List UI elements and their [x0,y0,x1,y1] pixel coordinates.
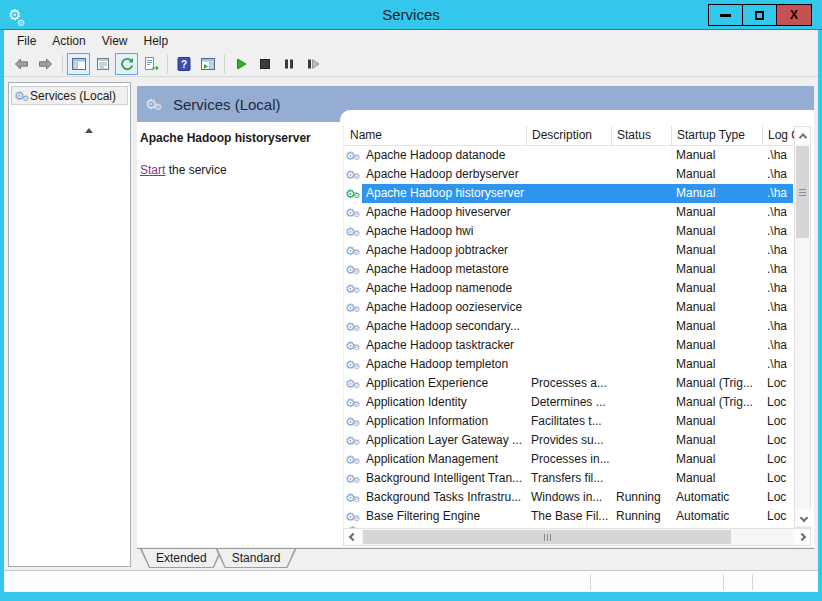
maximize-button[interactable] [743,5,777,25]
list-header: Name Description Status Startup Type Log… [345,126,794,146]
menu-file[interactable]: File [9,31,44,51]
menu-bar: File Action View Help [4,30,818,52]
service-status-cell: Running [612,488,672,507]
service-row[interactable]: ⚙⚙Apache Hadoop templetonManual.\ha [345,355,793,374]
show-console-tree-button[interactable] [67,53,90,75]
service-row-cells: Apache Hadoop templetonManual.\ha [362,355,793,374]
service-row-cells: Application IdentityDetermines ...Manual… [362,393,793,412]
horizontal-scroll-thumb[interactable] [363,530,731,544]
service-name-cell: Apache Hadoop historyserver [362,184,527,203]
close-button[interactable]: X [777,5,811,25]
service-row[interactable]: ⚙⚙Application ManagementProcesses in...M… [345,450,793,469]
service-log-on-as-cell: Loc [763,450,793,469]
action-pane-icon [200,56,216,72]
service-startup-type-cell: Manual [672,431,763,450]
service-log-on-as-cell: .\ha [763,355,793,374]
refresh-button[interactable] [115,53,138,75]
column-header-name[interactable]: Name [345,126,527,146]
service-row[interactable]: ⚙⚙Base Filtering EngineThe Base Fil...Ru… [345,507,793,526]
service-startup-type-cell: Manual [672,336,763,355]
column-header-log-on-as[interactable]: Log On As [763,126,794,146]
service-row[interactable]: ⚙⚙Application IdentityDetermines ...Manu… [345,393,793,412]
service-row[interactable]: ⚙⚙Apache Hadoop hiveserverManual.\ha [345,203,793,222]
column-header-startup-type[interactable]: Startup Type [672,126,763,146]
service-row[interactable]: ⚙⚙Background Intelligent Tran...Transfer… [345,469,793,488]
tree-item-services-local[interactable]: ⚙⚙ Services (Local) [11,86,128,105]
service-status-cell [612,241,672,260]
vertical-scroll-thumb[interactable] [796,146,809,238]
service-gear-icon: ⚙⚙ [345,241,362,260]
service-row[interactable]: ⚙⚙Application ExperienceProcesses a...Ma… [345,374,793,393]
show-action-pane-button[interactable] [196,53,219,75]
service-row[interactable]: ⚙⚙Apache Hadoop metastoreManual.\ha [345,260,793,279]
service-gear-icon: ⚙⚙ [345,222,362,241]
service-status-cell [612,260,672,279]
service-startup-type-cell: Manual [672,222,763,241]
menu-help[interactable]: Help [136,31,177,51]
service-description-cell [527,317,612,336]
horizontal-scrollbar[interactable] [343,528,811,546]
service-row-cells: Application Layer Gateway ...Provides su… [362,431,793,450]
service-description-cell: Facilitates t... [527,412,612,431]
stop-icon [257,56,273,72]
statusbar-divider [752,574,753,590]
service-name-cell: Apache Hadoop oozieservice [362,298,527,317]
service-row-cells: Apache Hadoop oozieserviceManual.\ha [362,298,793,317]
menu-view[interactable]: View [94,31,136,51]
tab-standard[interactable]: Standard [216,549,297,568]
service-name-cell: Apache Hadoop datanode [362,146,527,165]
column-header-description[interactable]: Description [527,126,612,146]
service-startup-type-cell: Manual [672,298,763,317]
service-row[interactable]: ⚙⚙Apache Hadoop hwiManual.\ha [345,222,793,241]
service-name-cell: Application Information [362,412,527,431]
back-button[interactable] [10,53,33,75]
thumb-grip [799,192,806,193]
service-startup-type-cell: Manual [672,469,763,488]
service-row[interactable]: ⚙⚙Apache Hadoop historyserverManual.\ha [345,184,793,203]
service-row[interactable]: ⚙⚙Application InformationFacilitates t..… [345,412,793,431]
service-row[interactable]: ⚙⚙Apache Hadoop jobtrackerManual.\ha [345,241,793,260]
scroll-up-button[interactable] [795,127,810,144]
service-row[interactable]: ⚙⚙Apache Hadoop derbyserverManual.\ha [345,165,793,184]
scroll-right-button[interactable] [793,529,810,545]
service-row-cells: Application ExperienceProcesses a...Manu… [362,374,793,393]
pause-service-button[interactable] [277,53,300,75]
toolbar-separator [167,55,168,73]
export-list-button[interactable] [139,53,162,75]
service-gear-icon: ⚙⚙ [345,355,362,374]
start-service-button[interactable] [229,53,252,75]
back-arrow-icon [13,56,30,72]
service-row[interactable]: ⚙⚙Apache Hadoop tasktrackerManual.\ha [345,336,793,355]
properties-button[interactable] [91,53,114,75]
service-log-on-as-cell: .\ha [763,203,793,222]
minimize-button[interactable] [709,5,743,25]
vertical-scrollbar[interactable] [794,126,811,528]
service-startup-type-cell: Manual [672,317,763,336]
service-row[interactable]: ⚙⚙Background Tasks Infrastru...Windows i… [345,488,793,507]
svg-text:?: ? [180,59,186,70]
service-description-cell [527,279,612,298]
help-button[interactable]: ? [172,53,195,75]
scroll-left-button[interactable] [344,529,361,545]
scroll-down-button[interactable] [796,509,811,526]
service-row[interactable]: ⚙⚙Apache Hadoop secondary...Manual.\ha [345,317,793,336]
menu-action[interactable]: Action [44,31,93,51]
service-row[interactable]: ⚙⚙Apache Hadoop oozieserviceManual.\ha [345,298,793,317]
start-service-link[interactable]: Start [140,163,165,177]
close-icon: X [790,8,798,22]
start-icon [233,56,249,72]
service-gear-icon: ⚙⚙ [345,431,362,450]
service-row[interactable]: ⚙⚙Application Layer Gateway ...Provides … [345,431,793,450]
service-log-on-as-cell: .\ha [763,165,793,184]
column-header-status[interactable]: Status [612,126,672,146]
service-description-cell [527,260,612,279]
restart-service-button[interactable] [301,53,324,75]
service-row[interactable]: ⚙⚙Apache Hadoop namenodeManual.\ha [345,279,793,298]
stop-service-button[interactable] [253,53,276,75]
service-description-cell [527,203,612,222]
service-row[interactable]: ⚙⚙Apache Hadoop datanodeManual.\ha [345,146,793,165]
service-status-cell [612,374,672,393]
service-row-cells: Background Tasks Infrastru...Windows in.… [362,488,793,507]
forward-button[interactable] [34,53,57,75]
tab-extended[interactable]: Extended [140,549,223,568]
